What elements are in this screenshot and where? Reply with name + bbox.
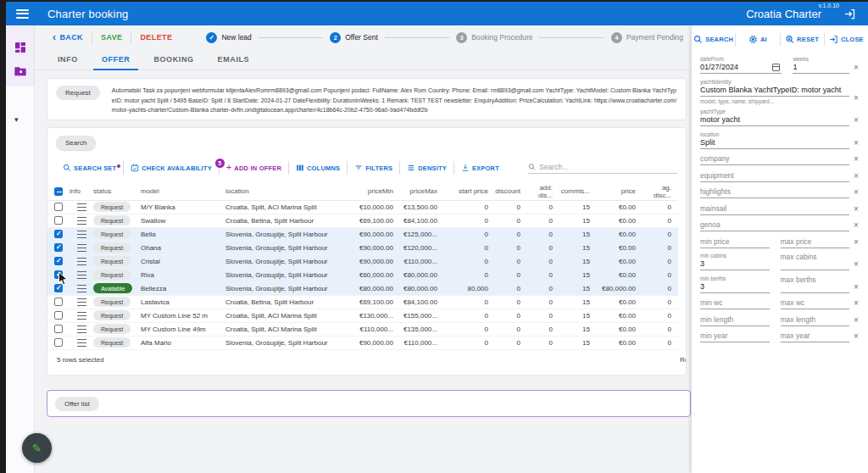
row-checkbox[interactable] — [54, 216, 63, 225]
clear-field-icon[interactable] — [849, 92, 863, 104]
column-header-location[interactable]: location — [225, 183, 351, 200]
info-icon[interactable] — [77, 285, 86, 292]
info-icon[interactable] — [77, 244, 86, 252]
logout-icon[interactable] — [843, 8, 856, 20]
clear-field-icon[interactable] — [849, 153, 863, 165]
clear-field-icon[interactable] — [849, 186, 863, 198]
row-checkbox[interactable] — [54, 203, 63, 211]
column-header-model[interactable]: model — [141, 183, 225, 200]
clear-field-icon[interactable] — [849, 298, 863, 309]
filter-input-highlights[interactable]: highlights — [700, 187, 849, 198]
filter-input-max-cabins[interactable]: max cabins — [781, 253, 850, 270]
stepper-step-new-lead[interactable]: New lead — [206, 32, 251, 43]
filter-input-min-length[interactable]: min length — [700, 315, 770, 326]
row-checkbox[interactable] — [54, 338, 63, 347]
filter-input-min-cabins[interactable]: min cabins3 — [700, 253, 770, 270]
table-row[interactable]: RequestSwallowCroatia, Betina, Split Har… — [47, 214, 678, 227]
clear-field-icon[interactable] — [849, 203, 863, 215]
column-header-info[interactable]: info — [70, 183, 93, 200]
clear-field-icon[interactable] — [849, 331, 863, 342]
columns-button[interactable]: COLUMNS — [289, 164, 347, 172]
back-button[interactable]: BACK — [44, 31, 92, 43]
tab-booking[interactable]: BOOKING — [142, 49, 205, 70]
edit-fab-button[interactable]: ✎ — [22, 433, 52, 463]
filter-input-equipment[interactable]: equipment — [700, 171, 849, 182]
row-checkbox[interactable] — [54, 325, 63, 333]
filter-input-mainsail[interactable]: mainsail — [700, 204, 849, 215]
clear-field-icon[interactable] — [849, 259, 863, 270]
column-header-price[interactable]: price — [597, 183, 643, 200]
column-header-start-price[interactable]: start price — [444, 183, 495, 200]
panel-close-button[interactable]: CLOSE — [825, 35, 868, 44]
tab-emails[interactable]: EMAILS — [206, 49, 262, 70]
offer-list-chip[interactable]: Offer list — [55, 397, 99, 411]
info-icon[interactable] — [77, 312, 86, 320]
info-icon[interactable] — [77, 271, 86, 279]
column-header-status[interactable]: status — [93, 183, 141, 200]
table-row[interactable]: RequestM/Y BlankaCroatia, Split, ACI Mar… — [47, 200, 678, 214]
clear-field-icon[interactable] — [849, 281, 863, 293]
chevron-down-icon[interactable]: ▾ — [14, 115, 19, 124]
filter-input-min-berths[interactable]: min berths3 — [700, 275, 770, 293]
filter-input-yachttype[interactable]: yachtTypemotor yacht — [700, 109, 849, 126]
add-in-offer-button[interactable]: 5 ADD IN OFFER — [220, 164, 288, 172]
clear-field-icon[interactable] — [849, 137, 863, 149]
table-row[interactable]: AvailableBellezzaSlovenia, Grosuplje, Sp… — [47, 281, 678, 295]
filter-input-yachtidentity[interactable]: yachtIdentityCustom Blanka YachtTypeID: … — [700, 79, 849, 97]
stepper-step-booking-procedure[interactable]: 3Booking Procedure — [456, 32, 532, 43]
search-set-button[interactable]: SEARCH SET — [56, 164, 123, 172]
clear-field-icon[interactable] — [849, 220, 863, 231]
check-availability-button[interactable]: CHECK AVAILABILITY — [124, 164, 219, 172]
table-row[interactable]: RequestRivaSlovenia, Grosuplje, Split Ha… — [47, 268, 678, 281]
dashboard-icon[interactable] — [14, 41, 27, 54]
filter-input-weeks[interactable]: weeks1 — [793, 56, 849, 74]
row-checkbox[interactable] — [54, 243, 63, 252]
info-icon[interactable] — [77, 298, 86, 306]
row-checkbox[interactable] — [54, 311, 63, 320]
filters-button[interactable]: FILTERS — [348, 164, 399, 172]
delete-button[interactable]: DELETE — [131, 33, 181, 42]
table-row[interactable]: RequestOhanaSlovenia, Grosuplje, Split H… — [47, 241, 678, 254]
panel-ai-button[interactable]: AI — [736, 35, 779, 44]
clear-field-icon[interactable] — [849, 62, 863, 74]
filter-input-max-length[interactable]: max length — [781, 315, 850, 326]
clear-field-icon[interactable] — [849, 114, 863, 126]
panel-reset-button[interactable]: RESET — [781, 35, 824, 44]
filter-input-max-wc[interactable]: max wc — [781, 298, 850, 309]
select-all-checkbox[interactable] — [54, 187, 63, 196]
info-icon[interactable] — [77, 326, 86, 333]
row-checkbox[interactable] — [54, 230, 63, 238]
filter-input-location[interactable]: locationSplit — [700, 131, 849, 149]
info-icon[interactable] — [77, 203, 86, 211]
column-header-commis[interactable]: commis... — [559, 183, 597, 200]
column-header-pricemax[interactable]: priceMax — [400, 183, 444, 200]
filter-input-genoa[interactable]: genoa — [700, 220, 849, 231]
filter-input-min-wc[interactable]: min wc — [700, 298, 770, 309]
density-button[interactable]: DENSITY — [400, 164, 453, 172]
table-row[interactable]: RequestLastavicaCroatia, Betina, Split H… — [47, 295, 678, 309]
row-checkbox[interactable] — [54, 257, 63, 265]
row-checkbox[interactable] — [54, 298, 63, 306]
filter-input-datefrom[interactable]: dateFrom01/27/2024 — [700, 56, 782, 74]
tab-offer[interactable]: OFFER — [90, 49, 142, 70]
search-chip-button[interactable]: Search — [56, 136, 96, 150]
menu-icon[interactable] — [16, 9, 29, 19]
column-header-ag-disc[interactable]: ag. disc... — [643, 183, 678, 200]
stepper-step-payment-pending[interactable]: 4Payment Pending — [611, 32, 683, 43]
table-row[interactable]: RequestCristalSlovenia, Grosuplje, Split… — [47, 254, 678, 268]
column-header-pricemin[interactable]: priceMin — [351, 183, 400, 200]
info-icon[interactable] — [77, 339, 86, 347]
filter-input-company[interactable]: company — [700, 154, 849, 165]
filter-input-min-price[interactable]: min price — [700, 237, 770, 248]
filter-input-max-berths[interactable]: max berths — [781, 275, 850, 293]
stepper-step-offer-sent[interactable]: 2Offer Sent — [330, 32, 378, 43]
clear-field-icon[interactable] — [849, 170, 863, 182]
table-search-input[interactable] — [539, 163, 677, 171]
table-row[interactable]: RequestMY Custom Line 49mCroatia, Split,… — [47, 322, 678, 336]
info-icon[interactable] — [77, 258, 86, 265]
table-row[interactable]: RequestBellaSlovenia, Grosuplje, Split H… — [47, 227, 678, 241]
filter-input-min-year[interactable]: min year — [700, 331, 770, 342]
calendar-icon[interactable] — [772, 64, 780, 71]
filter-input-max-year[interactable]: max year — [781, 331, 850, 342]
clear-field-icon[interactable] — [849, 236, 863, 248]
